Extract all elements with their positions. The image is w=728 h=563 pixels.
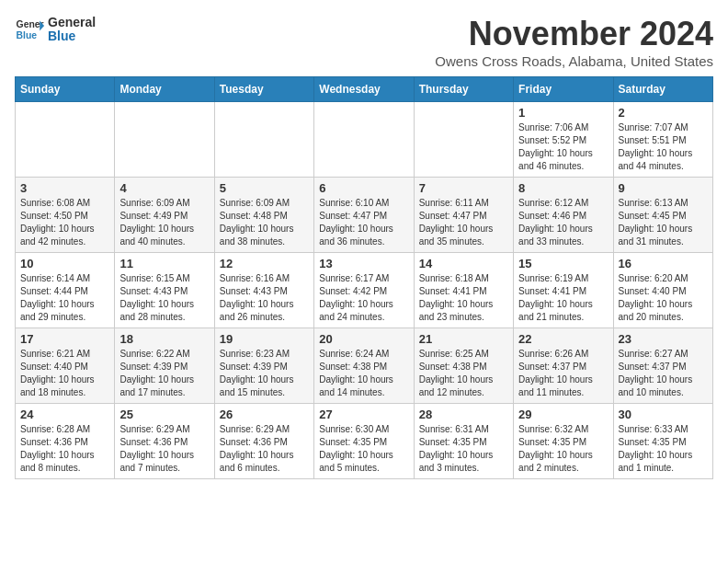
calendar-cell: 3Sunrise: 6:08 AM Sunset: 4:50 PM Daylig… [16,178,115,253]
day-header-friday: Friday [514,77,613,102]
header: General Blue General Blue November 2024 … [15,15,713,69]
day-number: 22 [518,332,608,346]
calendar-cell: 23Sunrise: 6:27 AM Sunset: 4:37 PM Dayli… [613,328,712,404]
day-info: Sunrise: 6:12 AM Sunset: 4:46 PM Dayligh… [518,197,608,248]
day-number: 10 [20,257,109,270]
calendar-cell: 5Sunrise: 6:09 AM Sunset: 4:48 PM Daylig… [214,178,313,253]
day-info: Sunrise: 6:09 AM Sunset: 4:49 PM Dayligh… [119,197,209,248]
svg-text:Blue: Blue [17,30,38,40]
day-number: 5 [220,181,309,195]
subtitle: Owens Cross Roads, Alabama, United State… [435,53,713,69]
week-row-3: 10Sunrise: 6:14 AM Sunset: 4:44 PM Dayli… [16,253,713,328]
day-info: Sunrise: 6:15 AM Sunset: 4:43 PM Dayligh… [119,272,209,324]
calendar-cell: 2Sunrise: 7:07 AM Sunset: 5:51 PM Daylig… [613,102,712,178]
day-info: Sunrise: 6:18 AM Sunset: 4:41 PM Dayligh… [419,272,508,324]
day-number: 21 [419,332,508,346]
day-info: Sunrise: 6:29 AM Sunset: 4:36 PM Dayligh… [119,423,209,475]
calendar-cell: 7Sunrise: 6:11 AM Sunset: 4:47 PM Daylig… [414,178,513,253]
day-header-tuesday: Tuesday [214,77,313,102]
day-info: Sunrise: 6:14 AM Sunset: 4:44 PM Dayligh… [20,272,109,324]
day-number: 19 [220,332,309,346]
day-number: 8 [518,181,608,195]
calendar-cell: 12Sunrise: 6:16 AM Sunset: 4:43 PM Dayli… [214,253,313,328]
day-info: Sunrise: 6:19 AM Sunset: 4:41 PM Dayligh… [518,272,608,324]
calendar-cell: 29Sunrise: 6:32 AM Sunset: 4:35 PM Dayli… [514,404,613,479]
day-info: Sunrise: 6:23 AM Sunset: 4:39 PM Dayligh… [220,348,309,399]
day-info: Sunrise: 6:22 AM Sunset: 4:39 PM Dayligh… [119,348,209,399]
calendar-cell: 20Sunrise: 6:24 AM Sunset: 4:38 PM Dayli… [314,328,414,404]
day-number: 28 [419,408,508,421]
calendar-cell: 18Sunrise: 6:22 AM Sunset: 4:39 PM Dayli… [115,328,214,404]
day-info: Sunrise: 6:11 AM Sunset: 4:47 PM Dayligh… [419,197,508,248]
title-area: November 2024 Owens Cross Roads, Alabama… [435,15,713,69]
calendar-cell: 4Sunrise: 6:09 AM Sunset: 4:49 PM Daylig… [115,178,214,253]
calendar-table: SundayMondayTuesdayWednesdayThursdayFrid… [15,76,713,479]
day-info: Sunrise: 6:24 AM Sunset: 4:38 PM Dayligh… [319,348,408,399]
calendar-cell: 10Sunrise: 6:14 AM Sunset: 4:44 PM Dayli… [16,253,115,328]
day-number: 15 [518,257,608,270]
day-number: 2 [619,106,708,120]
day-number: 24 [20,408,109,421]
day-info: Sunrise: 6:25 AM Sunset: 4:38 PM Dayligh… [419,348,508,399]
day-info: Sunrise: 6:20 AM Sunset: 4:40 PM Dayligh… [619,272,708,324]
day-number: 23 [619,332,708,346]
day-number: 4 [119,181,209,195]
calendar-cell: 30Sunrise: 6:33 AM Sunset: 4:35 PM Dayli… [613,404,712,479]
day-info: Sunrise: 6:33 AM Sunset: 4:35 PM Dayligh… [619,423,708,475]
calendar-cell: 16Sunrise: 6:20 AM Sunset: 4:40 PM Dayli… [613,253,712,328]
calendar-body: 1Sunrise: 7:06 AM Sunset: 5:52 PM Daylig… [16,102,713,479]
calendar-cell: 11Sunrise: 6:15 AM Sunset: 4:43 PM Dayli… [115,253,214,328]
day-number: 30 [619,408,708,421]
week-row-4: 17Sunrise: 6:21 AM Sunset: 4:40 PM Dayli… [16,328,713,404]
week-row-5: 24Sunrise: 6:28 AM Sunset: 4:36 PM Dayli… [16,404,713,479]
day-number: 14 [419,257,508,270]
day-number: 25 [119,408,209,421]
day-number: 9 [619,181,708,195]
day-info: Sunrise: 6:13 AM Sunset: 4:45 PM Dayligh… [619,197,708,248]
day-info: Sunrise: 6:08 AM Sunset: 4:50 PM Dayligh… [20,197,109,248]
calendar-cell [16,102,115,178]
calendar-cell: 26Sunrise: 6:29 AM Sunset: 4:36 PM Dayli… [214,404,313,479]
calendar-cell: 25Sunrise: 6:29 AM Sunset: 4:36 PM Dayli… [115,404,214,479]
calendar-cell: 24Sunrise: 6:28 AM Sunset: 4:36 PM Dayli… [16,404,115,479]
calendar-cell: 6Sunrise: 6:10 AM Sunset: 4:47 PM Daylig… [314,178,414,253]
week-row-1: 1Sunrise: 7:06 AM Sunset: 5:52 PM Daylig… [16,102,713,178]
day-number: 27 [319,408,408,421]
day-header-saturday: Saturday [613,77,712,102]
day-number: 3 [20,181,109,195]
calendar-cell: 22Sunrise: 6:26 AM Sunset: 4:37 PM Dayli… [514,328,613,404]
day-header-wednesday: Wednesday [314,77,414,102]
day-info: Sunrise: 6:27 AM Sunset: 4:37 PM Dayligh… [619,348,708,399]
calendar-cell: 13Sunrise: 6:17 AM Sunset: 4:42 PM Dayli… [314,253,414,328]
calendar-cell [214,102,313,178]
calendar-cell: 9Sunrise: 6:13 AM Sunset: 4:45 PM Daylig… [613,178,712,253]
day-info: Sunrise: 6:21 AM Sunset: 4:40 PM Dayligh… [20,348,109,399]
calendar-cell [414,102,513,178]
day-number: 12 [220,257,309,270]
calendar-cell: 28Sunrise: 6:31 AM Sunset: 4:35 PM Dayli… [414,404,513,479]
day-number: 17 [20,332,109,346]
calendar-cell [314,102,414,178]
calendar-cell [115,102,214,178]
day-header-sunday: Sunday [16,77,115,102]
day-info: Sunrise: 6:31 AM Sunset: 4:35 PM Dayligh… [419,423,508,475]
week-row-2: 3Sunrise: 6:08 AM Sunset: 4:50 PM Daylig… [16,178,713,253]
day-number: 13 [319,257,408,270]
day-number: 16 [619,257,708,270]
day-number: 20 [319,332,408,346]
calendar-cell: 27Sunrise: 6:30 AM Sunset: 4:35 PM Dayli… [314,404,414,479]
logo-text: General Blue [48,16,96,44]
day-info: Sunrise: 6:16 AM Sunset: 4:43 PM Dayligh… [220,272,309,324]
day-info: Sunrise: 7:07 AM Sunset: 5:51 PM Dayligh… [619,121,708,173]
day-number: 18 [119,332,209,346]
day-info: Sunrise: 6:30 AM Sunset: 4:35 PM Dayligh… [319,423,408,475]
day-info: Sunrise: 7:06 AM Sunset: 5:52 PM Dayligh… [518,121,608,173]
day-info: Sunrise: 6:10 AM Sunset: 4:47 PM Dayligh… [319,197,408,248]
day-header-monday: Monday [115,77,214,102]
logo-icon: General Blue [15,15,44,44]
day-number: 1 [518,106,608,120]
month-title: November 2024 [435,15,713,53]
day-info: Sunrise: 6:09 AM Sunset: 4:48 PM Dayligh… [220,197,309,248]
day-info: Sunrise: 6:26 AM Sunset: 4:37 PM Dayligh… [518,348,608,399]
calendar-cell: 15Sunrise: 6:19 AM Sunset: 4:41 PM Dayli… [514,253,613,328]
